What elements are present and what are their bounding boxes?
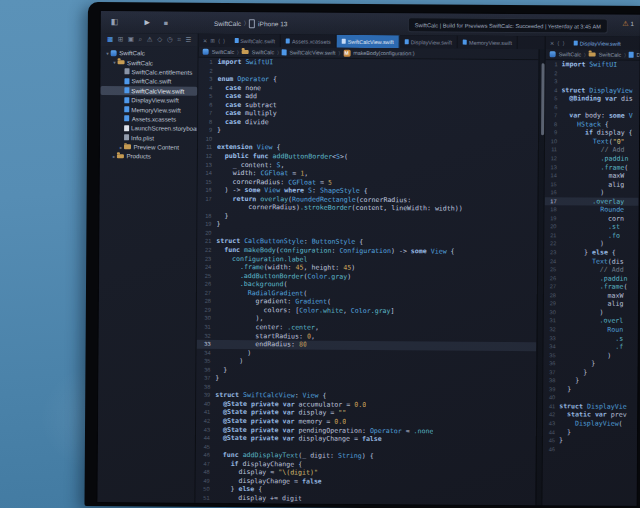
test-navigator-icon[interactable]: ◇: [157, 37, 162, 44]
tree-item-label: Products: [126, 153, 150, 160]
tab-memoryview-swift[interactable]: MemoryView.swift: [458, 36, 518, 49]
breadcrumb-item[interactable]: SwiftCalc: [559, 51, 582, 57]
tree-item-label: SwiftCalc.entitlements: [131, 68, 192, 75]
line-number: 45: [196, 442, 215, 451]
right-editor-breadcrumb[interactable]: SwiftCalc〉SwiftCalc〉DisplayView.swift: [546, 49, 640, 61]
line-number: 32: [197, 331, 216, 340]
line-number: 39: [196, 391, 215, 400]
line-number: 9: [198, 126, 217, 135]
line-number: 8: [545, 120, 561, 129]
device-icon: [249, 19, 255, 28]
line-number: 13: [545, 163, 561, 172]
line-number: 23: [544, 248, 560, 257]
line-number: 40: [543, 394, 559, 403]
line-number: 46: [196, 451, 215, 460]
file-file-icon: [124, 69, 129, 75]
report-navigator-icon[interactable]: ☰: [185, 37, 191, 44]
source-control-navigator-icon[interactable]: ⊞: [118, 36, 123, 43]
line-number: 14: [545, 171, 561, 180]
line-number: 30: [544, 308, 560, 317]
code-text: ): [560, 308, 604, 317]
line-number: 16: [198, 186, 217, 195]
line-number: 49: [196, 477, 215, 486]
code-text: }: [217, 126, 221, 135]
line-number: 29: [544, 300, 560, 309]
line-number: 6: [198, 101, 217, 110]
split-editor-icon[interactable]: ⊞: [210, 37, 215, 43]
back-icon[interactable]: ⟨: [557, 40, 559, 46]
tab-displayview[interactable]: DisplayView.swift: [569, 40, 626, 46]
tree-item-swiftcalc-swift[interactable]: SwiftCalc.swift: [100, 76, 197, 86]
stop-button[interactable]: ■: [164, 19, 168, 26]
code-text: ): [560, 240, 604, 249]
line-number: 36: [543, 359, 559, 368]
left-code-editor[interactable]: 1import SwiftUI23enum Operator {4 case n…: [196, 58, 539, 505]
symbol-navigator-icon[interactable]: ▣: [128, 37, 134, 44]
tree-item-label: SwiftCalc.swift: [131, 78, 171, 85]
folder-icon: [242, 50, 249, 55]
code-text: @State private var displayChange = false: [215, 434, 382, 444]
tree-item-label: SwiftCalc: [127, 59, 153, 66]
forward-icon[interactable]: ⟩: [562, 40, 564, 46]
swift-file-icon: [124, 78, 129, 84]
line-number: 4: [545, 86, 561, 95]
activity-status[interactable]: SwiftCalc | Build for Previews SwiftCalc…: [408, 17, 608, 33]
line-number: 35: [544, 351, 560, 360]
code-text: case add: [217, 92, 257, 101]
line-number: 19: [197, 220, 216, 229]
tab-assets-xcassets[interactable]: Assets.xcassets: [281, 34, 337, 47]
sidebar-toggle-icon[interactable]: ◧: [111, 18, 119, 26]
tab-displayview-swift[interactable]: DisplayView.swift: [400, 35, 458, 48]
tab-swiftcalcview-swift[interactable]: SwiftCalcView.swift: [337, 35, 400, 48]
right-tabbar-controls: ✕ ⟨ ⟩: [546, 40, 569, 46]
tab-label: Assets.xcassets: [292, 38, 331, 44]
assets-file-icon: [124, 116, 129, 122]
debug-navigator-icon[interactable]: ◷: [167, 37, 173, 44]
line-number: 25: [544, 265, 560, 274]
line-number: 42: [196, 417, 215, 426]
breadcrumb-item[interactable]: DisplayView.swift: [636, 52, 639, 58]
line-number: 27: [544, 282, 560, 291]
line-number: 46: [543, 445, 559, 454]
breadcrumb-item[interactable]: SwiftCalc: [252, 49, 275, 55]
breadcrumb-item[interactable]: SwiftCalc: [212, 49, 235, 55]
tab-swiftcalc-swift[interactable]: SwiftCalc.swift: [229, 34, 281, 47]
line-number: 10: [198, 135, 217, 144]
doc-icon: [629, 52, 634, 58]
line-number: 40: [196, 400, 215, 409]
find-navigator-icon[interactable]: ⌕: [139, 37, 143, 44]
line-number: 44: [196, 434, 215, 443]
line-number: 7: [545, 111, 561, 120]
breadcrumb-item[interactable]: SwiftCalc: [599, 52, 622, 58]
line-number: 21: [544, 231, 560, 240]
breadcrumb-item[interactable]: makeBody(configuration:): [353, 50, 414, 56]
close-editor-icon[interactable]: ✕: [550, 40, 555, 46]
issues-indicator[interactable]: ⚠ 1: [622, 20, 634, 28]
tab-label: DisplayView.swift: [580, 40, 621, 46]
project-navigator-icon[interactable]: ▦: [107, 36, 113, 43]
back-icon[interactable]: ⟨: [218, 37, 220, 43]
line-number: 14: [198, 169, 217, 178]
tree-item-label: SwiftCalcView.swift: [131, 87, 184, 94]
close-editor-icon[interactable]: ✕: [203, 37, 208, 43]
scrollbar-thumb[interactable]: [541, 63, 545, 135]
forward-icon[interactable]: ⟩: [223, 37, 225, 43]
file-icon: [405, 39, 409, 45]
line-number: 10: [545, 137, 561, 146]
code-line[interactable]: 51 display += digit: [196, 494, 536, 505]
line-number: 24: [544, 257, 560, 266]
tree-item-products[interactable]: ▸Products: [100, 151, 197, 161]
run-button[interactable]: ▶: [144, 18, 149, 26]
line-number: 1: [199, 58, 218, 67]
code-text: case none: [217, 84, 261, 93]
breakpoint-navigator-icon[interactable]: ⌗: [177, 37, 181, 44]
issue-navigator-icon[interactable]: ⚠: [147, 37, 153, 44]
breadcrumb-item[interactable]: SwiftCalcView.swift: [289, 49, 335, 55]
line-number: 12: [198, 152, 217, 161]
scheme-selector[interactable]: SwiftCalc 〉 iPhone 13: [214, 18, 287, 28]
code-text: }: [215, 374, 219, 383]
code-line[interactable]: 46: [543, 445, 637, 454]
scheme-name: SwiftCalc: [214, 19, 241, 26]
right-code-editor[interactable]: 1import SwiftUI234struct DisplayView5 @B…: [542, 60, 639, 506]
swift-file-icon: [124, 88, 129, 94]
